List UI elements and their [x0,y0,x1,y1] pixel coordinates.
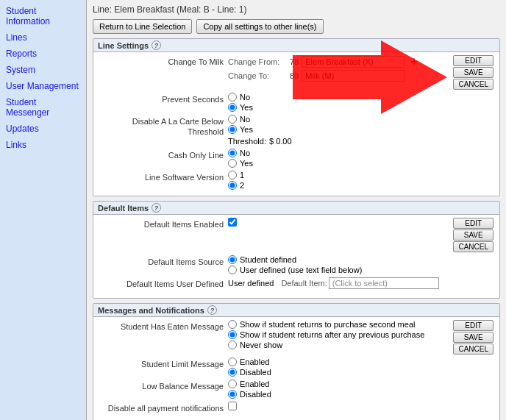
messages-save-button[interactable]: SAVE [453,332,493,343]
line-settings-header: Line Settings ? [93,39,499,52]
line-settings-save-button[interactable]: SAVE [453,67,493,78]
return-to-line-selection-button[interactable]: Return to Line Selection [93,19,192,34]
source-user-defined-radio[interactable] [228,266,237,274]
threshold-row: Threshold: $ 0.00 [228,137,493,146]
sidebar-item-system[interactable]: System [0,62,86,78]
messages-info-icon[interactable]: ? [207,305,217,315]
disable-ala-carte-yes-radio[interactable] [228,125,237,134]
disable-ala-carte-yes-label: Yes [240,125,253,134]
sidebar: Student Information Lines Reports System… [0,0,87,420]
default-items-user-defined-row: Default Items User Defined User defined … [99,277,493,292]
default-items-info-icon[interactable]: ? [152,203,161,213]
cash-only-yes-radio[interactable] [228,159,237,168]
sidebar-item-student-information[interactable]: Student Information [0,3,86,29]
limit-disabled-radio[interactable] [228,368,237,377]
default-items-body: Default Items Enabled EDIT SAVE CANCEL D… [93,215,499,298]
source-student-defined-label: Student defined [240,255,296,264]
messages-section: Messages and Notifications ? Student Has… [93,303,500,420]
disable-ala-carte-no-label: No [240,115,250,124]
disable-notifications-label: Disable all payment notifications [99,402,228,413]
sidebar-item-lines[interactable]: Lines [0,29,86,46]
sidebar-item-student-messenger[interactable]: Student Messenger [0,94,86,121]
change-from-text: Elem Breakfast (X) [302,56,405,68]
default-items-enabled-row: Default Items Enabled EDIT SAVE CANCEL [99,218,493,252]
eaten-message-row: Student Has Eaten Message Show if studen… [99,320,493,355]
disable-notifications-row: Disable all payment notifications [99,402,493,416]
default-items-save-button[interactable]: SAVE [453,229,493,241]
software-version-1-row: 1 [228,171,244,179]
sidebar-item-links[interactable]: Links [0,137,86,153]
sidebar-item-user-management[interactable]: User Management [0,78,86,94]
eaten-never-show-radio[interactable] [228,341,237,349]
low-balance-content: Enabled Disabled [228,380,493,399]
sidebar-item-updates[interactable]: Updates [0,121,86,137]
prevent-seconds-label: Prevent Seconds [99,93,228,104]
limit-disabled-label: Disabled [240,368,271,377]
cash-only-label: Cash Only Line [99,149,228,160]
source-user-defined-row: User defined (use text field below) [228,266,362,274]
low-balance-enabled-label: Enabled [240,380,269,388]
default-items-enabled-label: Default Items Enabled [99,218,228,229]
messages-edit-button[interactable]: EDIT [453,320,493,331]
default-items-edit-button[interactable]: EDIT [453,218,493,229]
line-settings-info-icon[interactable]: ? [152,40,161,50]
default-items-source-content: Student defined User defined (use text f… [228,255,493,274]
low-balance-disabled-row: Disabled [228,390,271,399]
line-settings-body: Change To Milk Change From: 78 Elem Brea… [93,52,499,196]
software-version-1-label: 1 [240,171,244,179]
eaten-second-meal-radio[interactable] [228,320,237,329]
low-balance-row: Low Balance Message Enabled Disabled [99,380,493,399]
limit-message-label: Student Limit Message [99,357,228,369]
default-items-user-defined-label: Default Items User Defined [99,277,228,289]
limit-enabled-radio[interactable] [228,357,237,366]
cash-only-yes-row: Yes [228,159,253,168]
disable-ala-carte-label: Disable A La Carte BelowThreshold [99,115,228,138]
change-to-text: Milk (M) [302,70,405,82]
eaten-any-previous-radio[interactable] [228,330,237,339]
prevent-seconds-no-radio[interactable] [228,93,237,102]
prevent-seconds-radio-group: No Yes [228,93,253,112]
sidebar-item-reports[interactable]: Reports [0,46,86,62]
copy-settings-button[interactable]: Copy all settings to other line(s) [196,19,323,34]
disable-ala-carte-no-row: No [228,115,253,124]
eaten-message-label: Student Has Eaten Message [99,320,228,332]
disable-notifications-checkbox[interactable] [228,402,237,410]
threshold-value: $ 0.00 [269,137,292,146]
prevent-seconds-yes-radio[interactable] [228,103,237,112]
software-version-2-label: 2 [240,181,244,190]
disable-ala-carte-no-radio[interactable] [228,115,237,124]
disable-notifications-content [228,402,493,410]
line-settings-cancel-button[interactable]: CANCEL [453,79,493,90]
line-settings-edit-button[interactable]: EDIT [453,55,493,66]
source-student-defined-radio[interactable] [228,255,237,264]
change-from-number: 78 [290,57,299,66]
cash-only-no-row: No [228,149,253,157]
prevent-seconds-no-row: No [228,93,253,102]
messages-cancel-button[interactable]: CANCEL [453,344,493,355]
default-items-cancel-button[interactable]: CANCEL [453,241,493,252]
add-item-button[interactable]: + [410,55,417,68]
low-balance-enabled-radio[interactable] [228,380,237,388]
change-to-milk-label: Change To Milk [99,55,228,67]
cash-only-content: No Yes [228,149,493,168]
prevent-seconds-yes-row: Yes [228,103,253,112]
software-version-1-radio[interactable] [228,171,237,179]
eaten-second-meal-label: Show if student returns to purchase seco… [240,320,415,329]
default-items-source-row: Default Items Source Student defined Use… [99,255,493,274]
default-items-user-defined-content: User defined Default Item: (Click to sel… [228,277,493,289]
default-items-source-radio-group: Student defined User defined (use text f… [228,255,362,274]
cash-only-no-radio[interactable] [228,149,237,157]
software-version-2-radio[interactable] [228,181,237,190]
eaten-message-content: Show if student returns to purchase seco… [228,320,449,349]
low-balance-disabled-radio[interactable] [228,390,237,399]
software-version-2-row: 2 [228,181,244,190]
low-balance-label: Low Balance Message [99,380,228,391]
change-from-row: Change From: 78 Elem Breakfast (X) + [228,55,418,68]
source-student-defined-row: Student defined [228,255,362,264]
change-to-number: 89 [290,71,299,80]
software-version-label: Line Software Version [99,171,228,182]
eaten-second-meal-row: Show if student returns to purchase seco… [228,320,424,329]
default-items-enabled-checkbox[interactable] [228,218,237,227]
click-to-select[interactable]: (Click to select) [329,277,439,289]
low-balance-enabled-row: Enabled [228,380,271,388]
